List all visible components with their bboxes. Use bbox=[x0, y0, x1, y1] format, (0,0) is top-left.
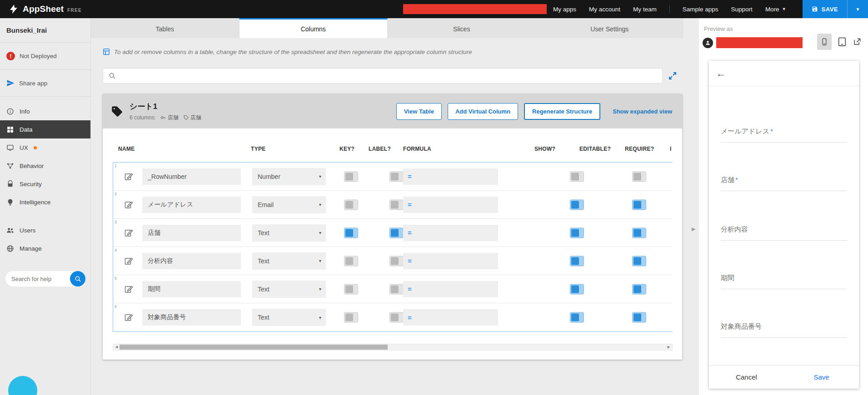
columns-search-input[interactable] bbox=[120, 72, 657, 79]
key-toggle[interactable] bbox=[344, 171, 358, 182]
column-name-input[interactable]: 対象商品番号 bbox=[142, 309, 241, 326]
form-field[interactable]: 期間* bbox=[721, 274, 847, 289]
column-type-select[interactable]: Text▾ bbox=[252, 281, 326, 298]
edit-column-icon[interactable] bbox=[124, 228, 133, 237]
tablet-preview-button[interactable] bbox=[837, 36, 847, 47]
form-field[interactable]: 対象商品番号* bbox=[721, 322, 847, 338]
label-chip[interactable]: 店舗 bbox=[183, 114, 201, 122]
label-toggle[interactable] bbox=[389, 256, 404, 266]
phone-preview-button[interactable] bbox=[817, 34, 832, 50]
edit-column-icon[interactable] bbox=[124, 313, 133, 322]
show-expanded-view-link[interactable]: Show expanded view bbox=[613, 108, 672, 115]
sidebar-item-users[interactable]: Users bbox=[0, 221, 90, 239]
column-type-select[interactable]: Text▾ bbox=[252, 252, 326, 270]
menu-sample-apps[interactable]: Sample apps bbox=[683, 6, 718, 13]
column-type-select[interactable]: Email▾ bbox=[252, 196, 326, 213]
show-toggle[interactable] bbox=[570, 312, 584, 323]
chat-widget-button[interactable] bbox=[8, 376, 37, 395]
scroll-right-icon[interactable]: ► bbox=[667, 345, 671, 349]
add-virtual-column-button[interactable]: Add Virtual Column bbox=[448, 103, 518, 120]
label-toggle[interactable] bbox=[389, 227, 404, 238]
menu-my-account[interactable]: My account bbox=[589, 6, 620, 13]
collapse-preview-icon[interactable]: ▶ bbox=[692, 226, 695, 232]
tab-tables[interactable]: Tables bbox=[91, 18, 239, 38]
label-toggle[interactable] bbox=[389, 199, 404, 210]
form-field[interactable]: 分析内容* bbox=[721, 225, 847, 241]
help-search-button[interactable] bbox=[70, 271, 85, 286]
column-type-select[interactable]: Number▾ bbox=[252, 168, 326, 185]
formula-input[interactable]: = bbox=[403, 281, 498, 297]
form-field[interactable]: 店舗* bbox=[721, 176, 847, 191]
deploy-status[interactable]: ! Not Deployed bbox=[0, 43, 90, 70]
tab-slices[interactable]: Slices bbox=[388, 18, 536, 38]
open-in-new-icon[interactable] bbox=[853, 37, 862, 46]
tab-user-settings[interactable]: User Settings bbox=[536, 18, 684, 38]
editable-toggle[interactable] bbox=[632, 312, 646, 323]
key-toggle[interactable] bbox=[344, 284, 358, 294]
help-search-input[interactable] bbox=[11, 276, 64, 282]
editable-toggle[interactable] bbox=[632, 284, 646, 294]
tab-columns[interactable]: Columns bbox=[239, 18, 388, 38]
label-toggle[interactable] bbox=[389, 312, 404, 323]
save-dropdown-button[interactable]: ▼ bbox=[847, 0, 868, 18]
chevron-down-icon: ▾ bbox=[319, 230, 321, 235]
show-toggle[interactable] bbox=[570, 199, 584, 210]
view-table-button[interactable]: View Table bbox=[396, 103, 442, 120]
editable-toggle[interactable] bbox=[632, 171, 646, 182]
menu-more[interactable]: More▼ bbox=[765, 6, 786, 13]
sidebar-item-behavior[interactable]: Behavior bbox=[0, 157, 90, 175]
column-type-select[interactable]: Text▾ bbox=[252, 309, 326, 326]
sidebar-item-data[interactable]: Data bbox=[0, 120, 90, 138]
key-toggle[interactable] bbox=[344, 312, 358, 323]
edit-column-icon[interactable] bbox=[124, 257, 133, 266]
menu-my-apps[interactable]: My apps bbox=[553, 6, 576, 13]
menu-support[interactable]: Support bbox=[731, 6, 753, 13]
horizontal-scrollbar[interactable]: ◄ ► bbox=[113, 344, 673, 351]
formula-input[interactable]: = bbox=[403, 168, 498, 185]
share-app-button[interactable]: Share app bbox=[0, 70, 90, 97]
menu-my-team[interactable]: My team bbox=[633, 6, 657, 13]
sidebar-item-ux[interactable]: UX bbox=[0, 138, 90, 157]
sidebar-item-manage[interactable]: Manage bbox=[0, 239, 90, 257]
formula-input[interactable]: = bbox=[403, 309, 498, 326]
sidebar-item-security[interactable]: Security bbox=[0, 175, 90, 193]
column-name-input[interactable]: 店舗 bbox=[142, 225, 241, 241]
editable-toggle[interactable] bbox=[632, 199, 646, 210]
show-toggle[interactable] bbox=[570, 227, 584, 238]
help-search bbox=[5, 271, 85, 286]
scrollbar-thumb[interactable] bbox=[120, 345, 388, 350]
show-toggle[interactable] bbox=[570, 284, 584, 294]
key-toggle[interactable] bbox=[344, 256, 358, 266]
edit-column-icon[interactable] bbox=[124, 285, 133, 294]
column-name-input[interactable]: 分析内容 bbox=[142, 253, 241, 269]
save-button[interactable]: SAVE bbox=[803, 0, 847, 18]
show-toggle[interactable] bbox=[570, 256, 584, 266]
expand-search-icon[interactable] bbox=[668, 71, 677, 82]
key-toggle[interactable] bbox=[344, 227, 358, 238]
editable-toggle[interactable] bbox=[632, 256, 646, 266]
formula-input[interactable]: = bbox=[403, 253, 498, 269]
show-toggle[interactable] bbox=[570, 171, 584, 182]
cancel-button[interactable]: Cancel bbox=[709, 365, 784, 389]
scroll-left-icon[interactable]: ◄ bbox=[115, 345, 119, 349]
editable-toggle[interactable] bbox=[632, 227, 646, 238]
sidebar-item-info[interactable]: Info bbox=[0, 102, 90, 120]
edit-column-icon[interactable] bbox=[124, 172, 133, 181]
column-type-select[interactable]: Text▾ bbox=[252, 224, 326, 242]
regenerate-structure-button[interactable]: Regenerate Structure bbox=[524, 103, 600, 120]
field-underline bbox=[721, 191, 847, 191]
column-name-input[interactable]: 期間 bbox=[142, 281, 241, 297]
formula-input[interactable]: = bbox=[403, 197, 498, 213]
key-toggle[interactable] bbox=[344, 199, 358, 210]
edit-column-icon[interactable] bbox=[124, 200, 133, 209]
form-save-button[interactable]: Save bbox=[784, 365, 859, 389]
key-chip[interactable]: 店舗 bbox=[160, 114, 179, 122]
sidebar-item-intelligence[interactable]: Intelligence bbox=[0, 193, 90, 211]
label-toggle[interactable] bbox=[389, 284, 404, 294]
formula-input[interactable]: = bbox=[403, 225, 498, 241]
column-name-input[interactable]: メールアドレス bbox=[142, 197, 241, 213]
form-field[interactable]: メールアドレス* bbox=[721, 127, 847, 143]
column-name-input[interactable]: _RowNumber bbox=[142, 168, 241, 185]
label-toggle[interactable] bbox=[389, 171, 404, 182]
back-arrow-icon[interactable]: ← bbox=[716, 68, 726, 79]
